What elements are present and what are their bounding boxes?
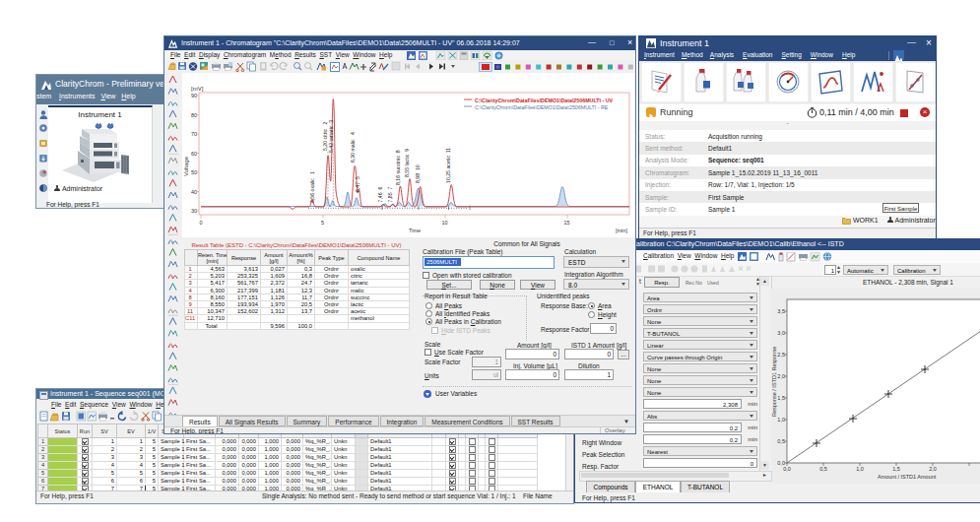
svg-text:90: 90: [191, 93, 197, 98]
svg-text:1,5: 1,5: [777, 395, 785, 401]
svg-text:40: 40: [191, 189, 197, 195]
svg-text:6,47 5: 6,47 5: [355, 176, 360, 192]
svg-text:5,42 tartaric 3: 5,42 tartaric 3: [328, 120, 334, 153]
svg-text:0,5: 0,5: [777, 438, 785, 444]
svg-text:0,5: 0,5: [819, 466, 827, 472]
svg-text:0: 0: [200, 220, 203, 226]
svg-text:15: 15: [564, 220, 570, 226]
svg-text:70: 70: [191, 131, 197, 137]
svg-text:2,5: 2,5: [777, 352, 785, 358]
svg-text:60: 60: [191, 151, 197, 157]
svg-text:[mV]: [mV]: [191, 86, 204, 92]
svg-text:Voltage: Voltage: [183, 156, 189, 176]
svg-text:0,0: 0,0: [783, 466, 791, 472]
svg-text:3,0: 3,0: [777, 330, 785, 336]
svg-text:30: 30: [191, 208, 197, 214]
svg-text:10: 10: [442, 220, 448, 226]
svg-text:7,46 6: 7,46 6: [377, 187, 383, 203]
svg-text:C:\ClarityChrom\DataFiles\DEMO: C:\ClarityChrom\DataFiles\DEMO1\Data\250…: [475, 104, 609, 110]
svg-text:10,25 acetic 11: 10,25 acetic 11: [445, 148, 451, 183]
svg-text:C:\ClarityChrom\DataFiles\DEMO: C:\ClarityChrom\DataFiles\DEMO1\Data\250…: [475, 98, 613, 103]
svg-text:50: 50: [191, 169, 197, 175]
svg-text:Time: Time: [409, 228, 421, 233]
svg-text:6,30 malic 4: 6,30 malic 4: [350, 132, 356, 163]
svg-text:8,16 succinic 8: 8,16 succinic 8: [395, 150, 401, 185]
svg-text:1,5: 1,5: [892, 466, 900, 472]
svg-text:8,98 10: 8,98 10: [415, 164, 421, 183]
svg-text:Response / ISTD1 Response: Response / ISTD1 Response: [771, 347, 777, 417]
svg-text:8,55 lactic 9: 8,55 lactic 9: [404, 149, 410, 177]
svg-text:4,56 oxalic 1: 4,56 oxalic 1: [309, 171, 315, 203]
svg-text:3,5: 3,5: [777, 308, 785, 314]
svg-text:1,0: 1,0: [777, 417, 785, 423]
svg-text:2,0: 2,0: [929, 466, 937, 472]
svg-text:80: 80: [191, 112, 197, 118]
svg-text:1,0: 1,0: [856, 466, 864, 472]
svg-text:2,0: 2,0: [777, 373, 785, 379]
svg-text:5: 5: [321, 220, 324, 226]
svg-text:[min]: [min]: [616, 228, 627, 233]
svg-text:7,85 7: 7,85 7: [387, 187, 393, 203]
